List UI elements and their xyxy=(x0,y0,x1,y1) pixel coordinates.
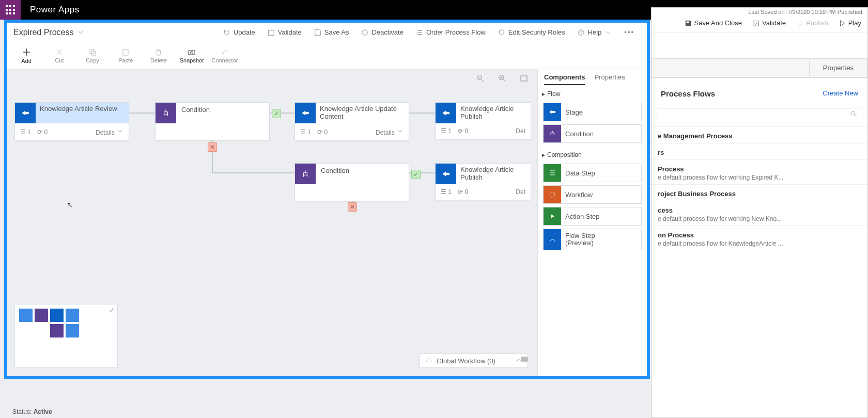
designer-canvas[interactable]: Knowledge Article Review ☰ 1 ⟳ 0 Details… xyxy=(7,69,647,376)
details-toggle[interactable]: Det xyxy=(516,188,525,196)
update-button[interactable]: Update xyxy=(217,28,261,36)
delete-label: Delete xyxy=(150,57,167,63)
list-item[interactable]: roject Business Process xyxy=(652,184,867,201)
snapshot-label: Snapshot xyxy=(180,57,204,63)
condition-card-1[interactable]: Condition xyxy=(155,102,270,140)
stage-card-publish-2[interactable]: Knowledge Article Publish ☰ 1 ⟳ 0 Det xyxy=(435,163,531,200)
stage-icon xyxy=(436,164,456,184)
component-action-step[interactable]: Action Step xyxy=(543,207,642,226)
search-icon xyxy=(850,110,858,118)
save-as-label: Save As xyxy=(324,28,349,36)
right-pane-commandbar: Save And Close Validate Publish Play xyxy=(652,16,867,33)
minimap-node xyxy=(50,324,64,337)
minimap-node xyxy=(66,309,79,322)
validate-button[interactable]: Validate xyxy=(261,28,308,36)
calendar-check-icon xyxy=(752,20,760,27)
create-new-link[interactable]: Create New xyxy=(823,89,858,97)
stage-card-update[interactable]: Knowledge Article Update Content ☰ 1 ⟳ 0… xyxy=(295,102,409,141)
stage-card-publish-1[interactable]: Knowledge Article Publish ☰ 1 ⟳ 0 Det xyxy=(435,102,531,139)
camera-icon xyxy=(188,48,196,56)
deactivate-button[interactable]: Deactivate xyxy=(355,28,409,36)
status-value: Active xyxy=(34,408,52,415)
stage-card-review[interactable]: Knowledge Article Review ☰ 1 ⟳ 0 Details xyxy=(14,102,129,141)
more-button[interactable]: ••• xyxy=(618,28,641,36)
scrollbar-thumb[interactable] xyxy=(521,357,528,362)
svg-line-25 xyxy=(503,79,505,82)
editor-commandbar: Expired Process Update Validate Save As … xyxy=(7,23,647,42)
zoom-in-button[interactable] xyxy=(498,74,506,85)
order-process-flow-label: Order Process Flow xyxy=(426,28,486,36)
component-condition-label: Condition xyxy=(565,130,594,138)
tab-properties[interactable]: Properties xyxy=(594,73,625,85)
snapshot-button[interactable]: Snapshot xyxy=(178,48,206,63)
group-composition[interactable]: ▸ Composition xyxy=(538,146,647,160)
svg-rect-17 xyxy=(91,51,96,55)
stage-title: Knowledge Article Publish xyxy=(456,164,531,184)
app-launcher-button[interactable] xyxy=(0,0,21,20)
svg-rect-5 xyxy=(13,9,15,11)
add-button[interactable]: Add xyxy=(12,47,40,64)
details-toggle[interactable]: Details xyxy=(376,127,404,136)
component-stage[interactable]: Stage xyxy=(543,103,642,121)
add-label: Add xyxy=(21,58,32,64)
edit-security-roles-button[interactable]: Edit Security Roles xyxy=(492,28,571,36)
paste-button[interactable]: Paste xyxy=(112,48,140,63)
play-button[interactable]: Play xyxy=(839,19,861,27)
connector-line xyxy=(409,112,435,114)
save-and-close-button[interactable]: Save And Close xyxy=(685,19,742,27)
play-label: Play xyxy=(848,19,861,27)
process-flows-list: e Management Process rs Processe default… xyxy=(652,126,867,250)
help-button[interactable]: ?Help xyxy=(571,28,618,36)
action-step-icon xyxy=(544,207,561,225)
canvas-horizontal-scrollbar[interactable] xyxy=(17,357,528,362)
trash-icon xyxy=(154,48,163,56)
condition-no-chip: ✕ xyxy=(208,142,217,152)
list-item[interactable]: cesse default process flow for working N… xyxy=(652,201,867,226)
right-pane-tab-properties[interactable]: Properties xyxy=(809,58,867,77)
condition-card-2[interactable]: Condition xyxy=(295,163,409,201)
fit-to-screen-button[interactable] xyxy=(520,74,528,85)
scissors-icon xyxy=(55,48,64,56)
stage-icon xyxy=(544,103,561,121)
list-item[interactable]: on Processe default process flow for Kno… xyxy=(652,226,867,250)
list-item[interactable]: Processe default process flow for workin… xyxy=(652,159,867,184)
process-name[interactable]: Expired Process xyxy=(13,28,84,37)
shield-icon xyxy=(498,29,505,36)
tab-components[interactable]: Components xyxy=(544,73,585,85)
delete-button[interactable]: Delete xyxy=(145,48,173,63)
order-process-flow-button[interactable]: Order Process Flow xyxy=(410,28,492,36)
process-flows-search[interactable] xyxy=(657,108,862,120)
help-icon: ? xyxy=(578,29,585,36)
update-label: Update xyxy=(234,28,255,36)
list-item[interactable]: e Management Process xyxy=(652,126,867,143)
cut-button[interactable]: Cut xyxy=(45,48,73,63)
component-data-step[interactable]: Data Step xyxy=(543,164,642,182)
zoom-out-button[interactable] xyxy=(476,74,485,85)
connector-button[interactable]: Connector xyxy=(211,48,239,63)
save-as-button[interactable]: Save As xyxy=(308,28,355,36)
plus-icon xyxy=(22,47,31,57)
component-flow-step-label: Flow Step (Preview) xyxy=(565,232,595,247)
component-flow-step[interactable]: Flow Step (Preview) xyxy=(543,229,642,250)
minimap-node xyxy=(19,309,33,322)
svg-point-30 xyxy=(550,192,555,197)
last-saved-text: Last Saved on :7/9/2020 10:10 PM Publish… xyxy=(652,8,867,16)
deactivate-label: Deactivate xyxy=(371,28,403,36)
list-item[interactable]: rs xyxy=(652,143,867,159)
svg-rect-6 xyxy=(6,12,8,14)
validate-button-right[interactable]: Validate xyxy=(752,19,786,27)
connector-line xyxy=(129,112,155,114)
component-workflow[interactable]: Workflow xyxy=(543,185,642,204)
component-workflow-label: Workflow xyxy=(565,191,593,199)
details-toggle[interactable]: Det xyxy=(516,127,525,135)
right-pane-tab-blank[interactable] xyxy=(652,58,809,77)
condition-icon xyxy=(156,103,176,123)
details-toggle[interactable]: Details xyxy=(96,127,123,136)
minimap-expand-icon[interactable]: ⤢ xyxy=(109,307,114,314)
copy-button[interactable]: Copy xyxy=(79,48,106,63)
group-flow[interactable]: ▸ Flow xyxy=(538,85,647,100)
svg-rect-16 xyxy=(90,50,94,54)
svg-rect-8 xyxy=(13,12,15,14)
svg-rect-4 xyxy=(9,9,11,11)
component-condition[interactable]: Condition xyxy=(543,124,642,143)
